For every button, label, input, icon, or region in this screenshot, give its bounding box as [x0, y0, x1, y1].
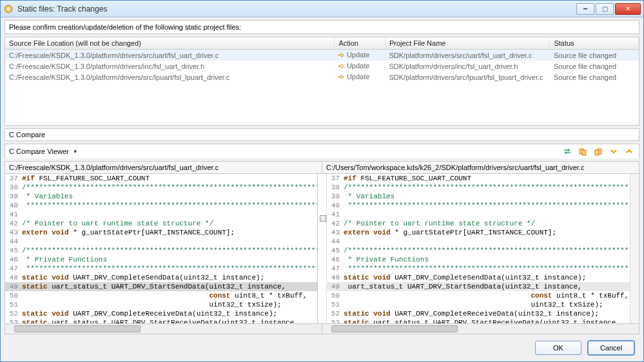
overview-ruler[interactable]	[630, 174, 639, 323]
copy-right-icon[interactable]	[592, 146, 604, 157]
code-line: 42/* Pointer to uart runtime state struc…	[5, 219, 317, 228]
svg-rect-3	[582, 150, 586, 155]
code-line: 51 uint32_t txSize);	[5, 300, 317, 309]
ok-button[interactable]: OK	[535, 341, 581, 355]
code-line: 53static uart_status_t UART_DRV_StartRec…	[327, 318, 639, 323]
minimize-button[interactable]: ━	[576, 3, 594, 15]
copy-left-icon[interactable]	[577, 146, 589, 157]
compare-viewer-label: C Compare Viewer	[9, 148, 69, 155]
window-title: Static files: Track changes	[17, 5, 576, 14]
code-line: 47 *************************************…	[5, 264, 317, 273]
code-line: 43extern void * g_uartStatePtr[UART_INST…	[5, 228, 317, 237]
code-line: 47 *************************************…	[327, 264, 639, 273]
code-line: 48static void UART_DRV_CompleteSendData(…	[5, 273, 317, 282]
code-line: 43extern void * g_uartStatePtr[UART_INST…	[327, 228, 639, 237]
cancel-button[interactable]: Cancel	[588, 341, 634, 355]
left-hscroll[interactable]	[5, 324, 322, 334]
code-line: 49static uart_status_t UART_DRV_StartSen…	[5, 282, 317, 291]
maximize-button[interactable]: ▢	[596, 3, 614, 15]
code-line: 50 const uint8_t * txBuff,	[5, 291, 317, 300]
code-line: 52static void UART_DRV_CompleteReceiveDa…	[327, 309, 639, 318]
code-line: 37#if FSL_FEATURE_SOC_UART_COUNT	[327, 174, 639, 183]
col-source[interactable]: Source File Location (will not be change…	[5, 37, 335, 50]
right-hscroll[interactable]	[322, 324, 639, 334]
code-line: 39 * Variables	[327, 192, 639, 201]
close-button[interactable]: ✕	[615, 3, 641, 15]
code-line: 46 * Private Functions	[327, 255, 639, 264]
code-line: 40 *************************************…	[327, 201, 639, 210]
horizontal-scrollbars[interactable]	[5, 323, 639, 334]
svg-rect-5	[595, 150, 599, 155]
code-line: 37#if FSL_FEATURE_SOC_UART_COUNT	[5, 174, 317, 183]
code-line: 40 *************************************…	[5, 201, 317, 210]
code-line: 42/* Pointer to uart runtime state struc…	[327, 219, 639, 228]
code-line: 41	[5, 210, 317, 219]
svg-point-1	[7, 7, 10, 10]
right-code-pane[interactable]: 37#if FSL_FEATURE_SOC_UART_COUNT38/*****…	[327, 174, 639, 323]
code-line: 49 uart_status_t UART_DRV_StartSendData(…	[327, 282, 639, 291]
code-line: 51 uint32_t txSize);	[327, 300, 639, 309]
swap-left-right-icon[interactable]	[561, 146, 573, 157]
dropdown-icon[interactable]: ▼	[73, 149, 78, 155]
left-file-path: C:/Freescale/KSDK_1.3.0/platform/drivers…	[5, 162, 322, 173]
code-line: 38/*************************************…	[327, 183, 639, 192]
code-line: 39 * Variables	[5, 192, 317, 201]
compare-viewer-toolbar: C Compare Viewer ▼	[5, 144, 639, 158]
code-line: 53static uart_status_t UART_DRV_StartRec…	[5, 318, 317, 323]
code-line: 52static void UART_DRV_CompleteReceiveDa…	[5, 309, 317, 318]
code-line: 44	[5, 237, 317, 246]
col-project[interactable]: Project File Name	[385, 37, 550, 50]
code-line: 48static void UART_DRV_CompleteSendData(…	[327, 273, 639, 282]
prev-diff-icon[interactable]	[623, 146, 635, 157]
compare-viewer: C:/Freescale/KSDK_1.3.0/platform/drivers…	[5, 161, 639, 334]
gutter[interactable]	[318, 174, 327, 323]
left-code-pane[interactable]: 37#if FSL_FEATURE_SOC_UART_COUNT38/*****…	[5, 174, 318, 323]
code-line: 41	[327, 210, 639, 219]
titlebar[interactable]: Static files: Track changes ━ ▢ ✕	[1, 1, 643, 17]
confirmation-message: Please confirm creation/update/deletion …	[5, 20, 639, 34]
file-table[interactable]: Source File Location (will not be change…	[5, 37, 639, 126]
dialog-window: Static files: Track changes ━ ▢ ✕ Please…	[0, 0, 644, 362]
code-line: 44	[327, 237, 639, 246]
table-row[interactable]: C:/Freescale/KSDK_1.3.0/platform/drivers…	[5, 50, 639, 61]
col-action[interactable]: Action	[335, 37, 385, 50]
code-line: 50 const uint8_t * txBuff,	[327, 291, 639, 300]
code-line: 45/*************************************…	[327, 246, 639, 255]
col-status[interactable]: Status	[550, 37, 639, 50]
next-diff-icon[interactable]	[608, 146, 620, 157]
right-file-path: C:/Users/Tom/workspace.kds/k26_2/SDK/pla…	[322, 162, 639, 173]
app-icon	[3, 4, 14, 14]
code-line: 38/*************************************…	[5, 183, 317, 192]
table-row[interactable]: C:/Freescale/KSDK_1.3.0/platform/drivers…	[5, 61, 639, 71]
code-line: 46 * Private Functions	[5, 255, 317, 264]
table-row[interactable]: C:/Freescale/KSDK_1.3.0/platform/drivers…	[5, 71, 639, 82]
code-line: 45/*************************************…	[5, 246, 317, 255]
compare-section-label: C Compare	[5, 128, 639, 141]
